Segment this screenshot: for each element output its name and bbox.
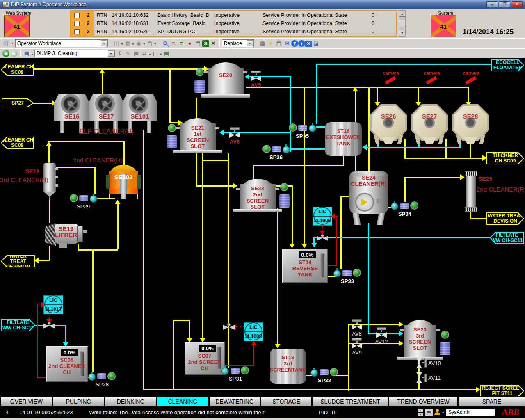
- silence-alarm-icon[interactable]: ✕: [209, 39, 217, 47]
- system-alarm-icon[interactable]: 41: [431, 15, 456, 37]
- workplace-combo[interactable]: Operator Workplace▼: [15, 39, 108, 47]
- new-page-icon[interactable]: ▢: [151, 50, 160, 57]
- forward-icon[interactable]: ▶: [10, 50, 18, 57]
- camera-icon[interactable]: [465, 76, 477, 85]
- flow-tag-reject-screen[interactable]: REJECT SCREENPIT ST11: [480, 385, 524, 396]
- control-valve[interactable]: [223, 323, 235, 330]
- close-display-icon[interactable]: ✕: [305, 41, 312, 47]
- vessel-SE26[interactable]: SE26: [370, 104, 407, 144]
- workplace-icon[interactable]: ◫: [2, 39, 10, 47]
- maximize-button[interactable]: ❐: [499, 1, 510, 7]
- flow-tag-water-treat-right[interactable]: WATER TREATDEVISION: [486, 212, 524, 225]
- flow-tag-thickner[interactable]: THICKNERCH SC09: [486, 152, 524, 164]
- valve-AV11[interactable]: [414, 372, 426, 384]
- valve-AV5[interactable]: [250, 71, 262, 82]
- tab-trend-overview[interactable]: TREND OVERVIEW: [389, 397, 458, 406]
- call-list-icon[interactable]: ◫: [112, 39, 121, 47]
- valve-AV12[interactable]: [376, 327, 387, 339]
- minimize-button[interactable]: –: [486, 1, 498, 7]
- trend-display-icon[interactable]: ◉: [135, 39, 143, 47]
- window-icon[interactable]: ◪: [312, 39, 320, 47]
- tab-deinking[interactable]: DEINKING: [105, 397, 156, 406]
- alarm-row[interactable]: 2 RTN 14 16:02:10:629 SP_DUONG-PC Inoper…: [71, 27, 396, 36]
- alarm-list[interactable]: 2 RTN 14 16:02:10:632 Basic History_Basi…: [70, 10, 397, 37]
- ack-checkbox[interactable]: [74, 29, 80, 34]
- vessel-SC07[interactable]: 0.0%SC072nd SCREENCH: [185, 342, 225, 375]
- sms-icon[interactable]: S: [202, 40, 209, 47]
- print-display-icon[interactable]: ▤: [132, 50, 140, 57]
- vessel-SE28[interactable]: SE28: [452, 104, 489, 144]
- valve-AV8[interactable]: [351, 319, 363, 331]
- alarm-list-icon[interactable]: ≡: [169, 39, 178, 47]
- print-icon[interactable]: ▤: [275, 39, 283, 47]
- pump-SP31[interactable]: [222, 366, 249, 375]
- level-value[interactable]: 0.0%: [199, 345, 216, 352]
- pump-SP36[interactable]: [262, 144, 290, 153]
- save-display-icon[interactable]: ↧: [116, 50, 124, 57]
- valve-AV9[interactable]: [351, 338, 363, 349]
- vessel-SE19[interactable]: SE19LIFRER: [45, 222, 87, 249]
- agitator-motor[interactable]: [440, 342, 450, 355]
- swap-icon[interactable]: ⇄: [140, 50, 148, 57]
- pump-SP33[interactable]: [334, 268, 361, 277]
- report-icon[interactable]: ▤: [194, 39, 202, 47]
- vessel-SC06[interactable]: 0.0%SC062nd CLEANERCH: [46, 346, 88, 382]
- scroll-up-icon[interactable]: ▲: [399, 11, 405, 17]
- event-list-icon[interactable]: ≡: [178, 39, 186, 47]
- pump-SP29[interactable]: [70, 194, 97, 203]
- scroll-down-icon[interactable]: ▼: [399, 30, 405, 36]
- alarm-row[interactable]: 2 RTN 14 16:02:10:632 Basic History_Basi…: [71, 11, 396, 19]
- favorites-icon[interactable]: ★: [267, 39, 275, 47]
- user-icon[interactable]: [434, 409, 441, 415]
- export-icon[interactable]: ⊠: [283, 39, 291, 47]
- pump-SP35[interactable]: [289, 123, 316, 132]
- control-valve[interactable]: [43, 322, 55, 329]
- level-value[interactable]: 0.0%: [61, 349, 78, 356]
- agitator-motor[interactable]: [194, 80, 205, 93]
- flow-tag-cleaner-ch-sc08-top[interactable]: CLEANER CHSC08: [1, 64, 34, 76]
- instrument-3L1006[interactable]: LIC3L1006: [313, 207, 332, 226]
- camera-icon[interactable]: [426, 76, 437, 85]
- pin-icon[interactable]: ✎: [124, 50, 132, 57]
- info-icon[interactable]: i: [298, 40, 305, 47]
- agitator-motor[interactable]: [279, 194, 290, 208]
- pump-SP32[interactable]: [311, 368, 338, 377]
- log-icon[interactable]: ▤: [425, 409, 433, 416]
- flow-tag-filtlate-left[interactable]: FILTLATEWW CH-SC11: [1, 319, 35, 331]
- flow-tag-ecocell[interactable]: ECOCELLFLOATATER: [491, 59, 524, 71]
- vessel-SE27[interactable]: SE27: [411, 104, 448, 144]
- status-spinner[interactable]: ▲▼: [418, 409, 423, 416]
- level-value[interactable]: 0.0%: [299, 251, 316, 258]
- report-green-icon[interactable]: ▤: [162, 50, 171, 57]
- vessel-SE24[interactable]: SE24CLEANER(R): [349, 171, 388, 225]
- search-icon[interactable]: [161, 39, 169, 47]
- valve-AV10[interactable]: [414, 358, 426, 369]
- vessel-ST16[interactable]: ST16EXTSHOWERTANK: [325, 122, 362, 156]
- flow-tag-water-treat-left[interactable]: WATER TREATDEVISION: [1, 255, 35, 267]
- tab-storage[interactable]: STORAGE: [261, 397, 312, 406]
- vessel-ST14[interactable]: 0.0%ST14REVERSETANK: [282, 249, 328, 283]
- display-combo[interactable]: DUMP:3. Cleaning▼: [34, 50, 115, 57]
- pump-SP28[interactable]: [89, 372, 116, 381]
- tab-dewatering[interactable]: DEWATERING: [209, 397, 260, 406]
- panel-layout-icon[interactable]: ▥: [258, 39, 267, 47]
- alarm-band-icon[interactable]: ●: [186, 39, 194, 47]
- scroll-thumb[interactable]: [399, 20, 405, 27]
- instrument-3L1008[interactable]: LIC3L1008: [244, 322, 263, 341]
- ack-checkbox[interactable]: [74, 21, 80, 26]
- camera-icon[interactable]: [385, 76, 396, 85]
- close-button[interactable]: ✕: [511, 1, 523, 7]
- help-icon[interactable]: ?: [291, 40, 298, 47]
- flow-tag-sp27[interactable]: SP27: [2, 98, 34, 107]
- valve-AV6[interactable]: [229, 127, 240, 139]
- display-tree-icon[interactable]: ▤: [23, 50, 31, 57]
- control-valve[interactable]: [317, 234, 328, 241]
- vessel-SE23[interactable]: SE233rdSCREENSLOT: [404, 320, 436, 360]
- vessel-SE22[interactable]: SE222ndSCREENSLOT: [240, 179, 276, 212]
- process-display-icon[interactable]: ▦: [123, 39, 132, 47]
- flow-tag-filtlate-right[interactable]: FILTLATEWW CH-SC11: [490, 232, 524, 244]
- vessel-ST13[interactable]: ST133rdSCREENTANK: [270, 349, 306, 384]
- tab-spare[interactable]: SPARE: [459, 397, 525, 406]
- ack-checkbox[interactable]: [74, 13, 80, 18]
- tab-over-view[interactable]: OVER VIEW: [1, 397, 52, 406]
